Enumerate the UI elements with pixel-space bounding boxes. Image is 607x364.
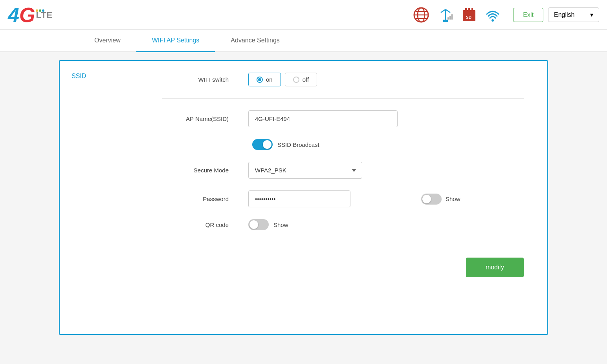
ap-name-label: AP Name(SSID) bbox=[162, 115, 240, 122]
svg-point-17 bbox=[491, 19, 494, 22]
chevron-down-icon: ▾ bbox=[590, 11, 593, 18]
wifi-on-option[interactable]: on bbox=[248, 73, 281, 86]
wifi-status-icon bbox=[484, 6, 501, 24]
show-password-knob bbox=[422, 195, 431, 203]
svg-rect-11 bbox=[451, 14, 453, 20]
ssid-broadcast-container: SSID Broadcast bbox=[252, 139, 319, 150]
wifi-off-option[interactable]: off bbox=[285, 73, 317, 86]
qr-code-label: QR code bbox=[162, 221, 240, 228]
show-password-container: Show bbox=[421, 194, 460, 205]
sidebar: SSID bbox=[60, 61, 138, 334]
tab-advance-settings[interactable]: Advance Settings bbox=[215, 30, 295, 52]
qr-code-row: QR code Show bbox=[162, 219, 524, 230]
ap-name-row: AP Name(SSID) bbox=[162, 110, 524, 127]
ap-name-control bbox=[248, 110, 524, 127]
password-input[interactable] bbox=[248, 190, 350, 207]
qr-code-toggle[interactable] bbox=[248, 219, 269, 230]
svg-rect-8 bbox=[443, 20, 448, 22]
svg-line-6 bbox=[441, 9, 446, 13]
divider bbox=[162, 98, 524, 99]
qr-code-control: Show bbox=[248, 219, 524, 230]
wifi-on-dot bbox=[257, 77, 263, 83]
qr-toggle-container: Show bbox=[248, 219, 524, 230]
secure-mode-select[interactable]: WPA2_PSK WPA_PSK OPEN bbox=[248, 162, 362, 179]
wifi-radio-group: on off bbox=[248, 73, 524, 86]
sd-card-icon: SD bbox=[461, 6, 477, 24]
tab-overview[interactable]: Overview bbox=[79, 30, 136, 52]
tab-wifi-ap-settings[interactable]: WIFI AP Settings bbox=[136, 30, 215, 52]
svg-text:SD: SD bbox=[466, 15, 471, 20]
logo-4: 4 bbox=[8, 5, 19, 25]
ap-name-input[interactable] bbox=[248, 110, 398, 127]
language-selector[interactable]: English ▾ bbox=[548, 7, 599, 22]
modify-button[interactable]: modify bbox=[466, 258, 524, 277]
language-label: English bbox=[554, 11, 574, 18]
svg-line-7 bbox=[446, 9, 450, 13]
wifi-switch-control: on off bbox=[248, 73, 524, 86]
secure-mode-row: Secure Mode WPA2_PSK WPA_PSK OPEN bbox=[162, 162, 524, 179]
svg-rect-9 bbox=[447, 17, 449, 20]
logo-lte-part: LTE bbox=[36, 9, 53, 20]
wifi-switch-row: WIFI switch on off bbox=[162, 73, 524, 86]
wifi-on-label: on bbox=[266, 76, 273, 83]
svg-rect-13 bbox=[465, 8, 467, 12]
header: 4 G LTE bbox=[0, 0, 607, 30]
password-row: Password Show bbox=[162, 190, 524, 207]
show-password-toggle[interactable] bbox=[421, 194, 442, 205]
secure-mode-label: Secure Mode bbox=[162, 167, 240, 174]
logo: 4 G LTE bbox=[8, 5, 53, 25]
nav-tabs: Overview WIFI AP Settings Advance Settin… bbox=[0, 30, 607, 52]
ssid-broadcast-toggle[interactable] bbox=[252, 139, 273, 150]
logo-lte-text: LTE bbox=[36, 10, 53, 20]
header-right: Exit English ▾ bbox=[513, 7, 599, 22]
svg-rect-15 bbox=[471, 8, 473, 12]
password-field-row: Show bbox=[248, 190, 524, 207]
wifi-switch-label: WIFI switch bbox=[162, 76, 240, 83]
wifi-off-dot bbox=[293, 77, 299, 83]
exit-button[interactable]: Exit bbox=[513, 8, 543, 22]
ssid-broadcast-row: SSID Broadcast bbox=[252, 139, 524, 150]
settings-card: SSID WIFI switch on off bbox=[59, 60, 548, 335]
status-icons: SD bbox=[413, 6, 501, 24]
antenna-icon bbox=[437, 6, 454, 24]
password-control: Show bbox=[248, 190, 524, 207]
main-content: SSID WIFI switch on off bbox=[0, 52, 607, 343]
ssid-broadcast-knob bbox=[263, 140, 271, 149]
form-area: WIFI switch on off bbox=[138, 61, 547, 334]
show-password-label: Show bbox=[446, 196, 460, 202]
wifi-off-label: off bbox=[303, 76, 309, 83]
password-label: Password bbox=[162, 196, 240, 202]
globe-icon bbox=[413, 6, 430, 24]
qr-show-label: Show bbox=[273, 221, 288, 228]
secure-mode-control: WPA2_PSK WPA_PSK OPEN bbox=[248, 162, 524, 179]
sidebar-item-ssid[interactable]: SSID bbox=[68, 69, 130, 84]
ssid-broadcast-label: SSID Broadcast bbox=[277, 141, 319, 148]
svg-rect-14 bbox=[468, 8, 470, 12]
svg-rect-10 bbox=[449, 16, 451, 20]
logo-g: G bbox=[19, 5, 35, 25]
qr-code-knob bbox=[249, 220, 258, 229]
